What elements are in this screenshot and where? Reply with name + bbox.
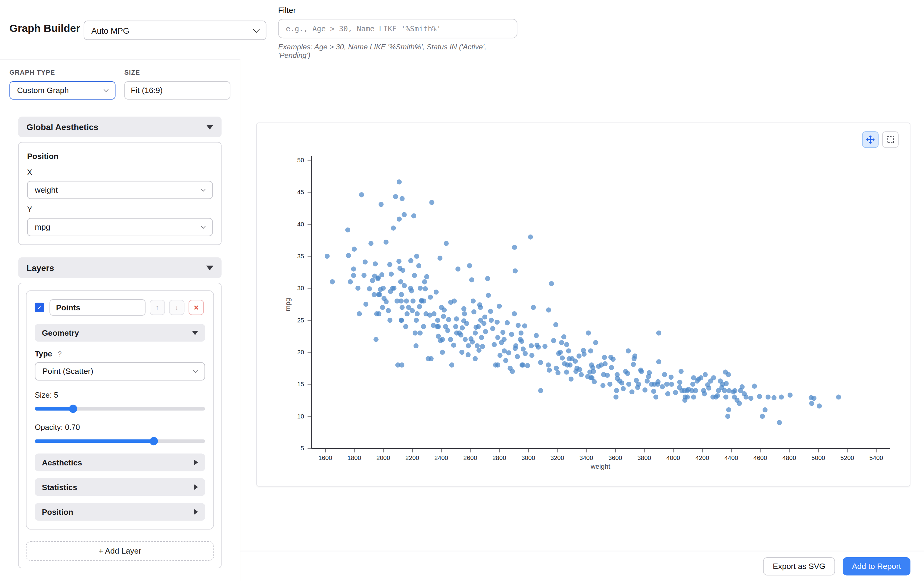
dataset-select-value: Auto MPG (91, 26, 129, 35)
layers-header[interactable]: Layers (18, 257, 222, 278)
arrow-down-icon: ↓ (175, 303, 178, 311)
type-label: Type (35, 349, 52, 358)
graph-builder-app: Graph Builder Auto MPG Filter Examples: … (0, 0, 924, 581)
svg-text:4000: 4000 (667, 454, 680, 461)
app-title: Graph Builder (9, 22, 80, 35)
size-slider-label: Size: 5 (35, 390, 205, 399)
graph-type-size-row: GRAPH TYPE Custom Graph SIZE (9, 69, 240, 100)
size-slider-thumb[interactable] (69, 405, 77, 413)
position-section-title: Position (42, 507, 73, 516)
y-field-select-value: mpg (35, 223, 50, 232)
pan-icon (866, 135, 875, 144)
size-slider[interactable] (35, 405, 205, 413)
x-field-select[interactable]: weight (27, 181, 213, 199)
statistics-title: Statistics (42, 482, 77, 491)
svg-text:30: 30 (297, 285, 304, 291)
svg-text:5200: 5200 (840, 454, 854, 461)
x-field-select-value: weight (35, 186, 58, 194)
size-input[interactable] (124, 81, 230, 100)
svg-text:10: 10 (297, 413, 304, 420)
chevron-down-icon (201, 186, 206, 191)
svg-text:35: 35 (297, 253, 304, 260)
opacity-slider-thumb[interactable] (150, 437, 158, 445)
position-section-header[interactable]: Position (35, 503, 205, 521)
layers-title: Layers (26, 263, 54, 272)
pan-tool-button[interactable] (862, 131, 879, 148)
graph-type-label: GRAPH TYPE (9, 69, 116, 76)
position-title: Position (27, 152, 213, 161)
x-axis-label: X (27, 168, 213, 177)
app-header: Graph Builder Auto MPG Filter Examples: … (0, 0, 924, 59)
aesthetics-section-header[interactable]: Aesthetics (35, 454, 205, 471)
opacity-slider[interactable] (35, 437, 205, 445)
svg-text:40: 40 (297, 221, 304, 227)
svg-text:3600: 3600 (608, 454, 622, 461)
global-aesthetics-body: Position X weight Y mpg (18, 142, 222, 245)
svg-text:2600: 2600 (464, 454, 477, 461)
layer-name-input[interactable] (50, 299, 145, 316)
layer-header-row: ✓ ↑ ↓ × (35, 299, 205, 316)
layer-card: ✓ ↑ ↓ × Geometry (26, 291, 214, 530)
caret-right-icon (194, 509, 198, 515)
caret-right-icon (194, 459, 198, 466)
close-icon: × (194, 303, 199, 312)
chart-canvas[interactable]: 1600180020002200240026002800300032003400… (257, 123, 911, 487)
layer-visible-checkbox[interactable]: ✓ (35, 303, 44, 312)
svg-text:4800: 4800 (782, 454, 796, 461)
box-select-tool-button[interactable] (882, 131, 899, 148)
move-layer-up-button[interactable]: ↑ (150, 300, 165, 315)
filter-label: Filter (278, 6, 517, 15)
svg-text:1600: 1600 (318, 454, 332, 461)
layers-body: ✓ ↑ ↓ × Geometry (18, 283, 222, 568)
svg-text:20: 20 (297, 349, 304, 356)
global-aesthetics-title: Global Aesthetics (26, 122, 99, 132)
box-select-icon (886, 135, 895, 144)
geometry-type-select[interactable]: Point (Scatter) (35, 362, 205, 380)
y-field-select[interactable]: mpg (27, 218, 213, 236)
opacity-slider-label: Opacity: 0.70 (35, 423, 205, 432)
type-label-row: Type ? (35, 349, 205, 358)
svg-text:50: 50 (297, 156, 304, 163)
svg-text:4600: 4600 (753, 454, 767, 461)
add-layer-label: + Add Layer (99, 547, 141, 555)
size-slider-track (35, 407, 205, 411)
check-icon: ✓ (37, 304, 42, 311)
move-layer-down-button[interactable]: ↓ (169, 300, 185, 315)
svg-text:3800: 3800 (637, 454, 651, 461)
svg-text:weight: weight (590, 463, 610, 470)
svg-text:2200: 2200 (405, 454, 419, 461)
chevron-down-icon (253, 26, 260, 33)
chart-area: 1600180020002200240026002800300032003400… (240, 59, 924, 551)
geometry-title: Geometry (42, 328, 79, 337)
svg-text:3200: 3200 (550, 454, 564, 461)
filter-input[interactable] (278, 19, 517, 38)
chevron-down-icon (104, 87, 109, 92)
opacity-slider-fill (35, 439, 154, 443)
svg-text:5000: 5000 (811, 454, 825, 461)
svg-text:2400: 2400 (434, 454, 448, 461)
caret-right-icon (194, 484, 198, 490)
geometry-section-header[interactable]: Geometry (35, 324, 205, 342)
svg-text:1800: 1800 (347, 454, 361, 461)
help-icon[interactable]: ? (58, 350, 62, 358)
add-to-report-button[interactable]: Add to Report (842, 557, 911, 575)
statistics-section-header[interactable]: Statistics (35, 478, 205, 496)
chevron-down-icon (193, 367, 198, 373)
footer-bar: Export as SVG Add to Report (240, 551, 924, 581)
caret-down-icon (192, 331, 198, 335)
geometry-type-select-value: Point (Scatter) (43, 367, 93, 376)
global-aesthetics-header[interactable]: Global Aesthetics (18, 117, 222, 137)
caret-down-icon (206, 125, 213, 130)
svg-text:mpg: mpg (284, 298, 292, 311)
dataset-select[interactable]: Auto MPG (84, 20, 267, 40)
svg-text:2800: 2800 (492, 454, 506, 461)
svg-text:3400: 3400 (579, 454, 593, 461)
graph-type-select-value: Custom Graph (17, 86, 69, 95)
delete-layer-button[interactable]: × (188, 300, 204, 315)
filter-examples: Examples: Age > 30, Name LIKE '%Smith%',… (278, 43, 517, 59)
export-svg-button[interactable]: Export as SVG (764, 557, 835, 575)
y-axis-label: Y (27, 205, 213, 214)
add-layer-button[interactable]: + Add Layer (26, 541, 214, 561)
graph-type-select[interactable]: Custom Graph (9, 81, 116, 100)
svg-text:4200: 4200 (695, 454, 709, 461)
